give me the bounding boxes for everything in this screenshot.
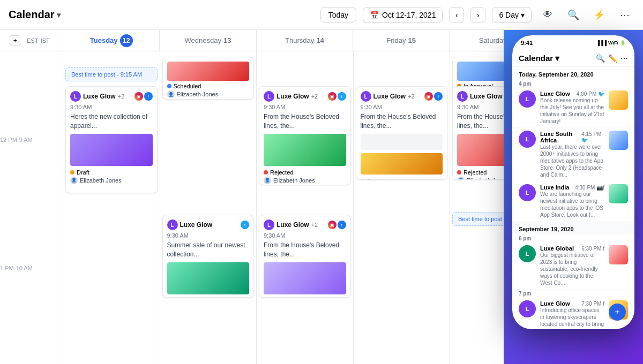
day-name-thu: Thursday bbox=[285, 36, 314, 44]
view-selector[interactable]: 6 Day ▾ bbox=[492, 7, 532, 23]
add-timezone-button[interactable]: + bbox=[10, 35, 20, 46]
card-image-thu1 bbox=[264, 134, 346, 166]
tz-ist: IST bbox=[41, 37, 50, 44]
today-button[interactable]: Today bbox=[320, 7, 356, 23]
phone-time-1: 4:00 PM 🐦 bbox=[577, 91, 604, 97]
brand-name-thu2: Luxe Glow bbox=[276, 221, 309, 229]
card-time: 9:30 AM bbox=[70, 104, 153, 110]
calendar-icon: 📅 bbox=[370, 11, 379, 19]
phone-time-global: 6:30 PM f bbox=[581, 246, 604, 252]
card-text-thu1: From the House's Beloved lines, the... bbox=[264, 112, 346, 131]
time-1pm: 1 PM bbox=[0, 265, 14, 271]
social-icons-thu1: ▣ t bbox=[328, 92, 346, 101]
phone-time-glow2: 7:30 PM f bbox=[581, 301, 604, 307]
phone-more-icon[interactable]: ⋯ bbox=[620, 54, 628, 63]
brand-name-wed2: Luxe Glow bbox=[180, 221, 213, 229]
instagram-icon-thu2: ▣ bbox=[328, 221, 337, 229]
user-badge-thu1: 👤 Elizabeth Jones bbox=[264, 177, 346, 184]
event-card-wed-2[interactable]: L Luxe Glow t 9:30 AM Summer sale of our… bbox=[162, 215, 255, 298]
day-header-tuesday: Tuesday 12 bbox=[63, 30, 160, 51]
phone-event-image-india bbox=[609, 184, 628, 203]
brand-avatar: L bbox=[70, 91, 81, 102]
time-10am: 10 AM bbox=[16, 265, 33, 271]
visibility-button[interactable]: 👁 bbox=[538, 5, 557, 25]
phone-brand-india: Luxe India bbox=[540, 184, 569, 191]
phone-fab[interactable]: + bbox=[609, 304, 626, 321]
day-num-fri: 15 bbox=[408, 36, 415, 44]
card-time-thu2: 9:30 AM bbox=[264, 232, 346, 239]
battery-icon: 🔋 bbox=[620, 40, 626, 46]
status-dot-sat1 bbox=[457, 170, 461, 175]
day-col-friday: L Luxe Glow +2 ▣ f 9:30 AM From the Hous… bbox=[354, 51, 451, 364]
phone-time-7pm: 7 pm bbox=[512, 290, 634, 298]
app-title: Calendar ▾ bbox=[9, 9, 61, 21]
instagram-icon: ▣ bbox=[134, 92, 143, 101]
instagram-icon-fri1: ▣ bbox=[424, 92, 433, 101]
user-avatar-sat1: 👤 bbox=[457, 177, 465, 180]
user-badge: 👤 Elizabeth Jones bbox=[70, 177, 153, 184]
card-placeholder-fri1 bbox=[361, 134, 443, 150]
user-badge-wed: 👤 Elizabeth Jones bbox=[167, 90, 250, 98]
card-plus-thu1: +2 bbox=[311, 93, 318, 100]
user-avatar: 👤 bbox=[70, 177, 78, 184]
phone-brand-sa: Luxe South Africa bbox=[540, 131, 581, 143]
status-text-fri1: Rejected bbox=[367, 178, 390, 180]
phone-date-section-1: Today, September 20, 2020 bbox=[512, 67, 634, 80]
card-image bbox=[70, 134, 153, 166]
card-image-thu2 bbox=[264, 262, 346, 294]
phone-search-icon[interactable]: 🔍 bbox=[596, 54, 605, 63]
event-card-thu-2[interactable]: L Luxe Glow +2 ▣ f 9:30 AM From the Hous… bbox=[259, 215, 351, 298]
phone-app-header: Calendar ▾ 🔍 ✏️ ⋯ bbox=[512, 50, 634, 67]
phone-text-sa: Last year, there were over 2000+ initiat… bbox=[540, 143, 604, 178]
phone-event-luxesa[interactable]: L Luxe South Africa 4:15 PM 🐦 Last year,… bbox=[512, 128, 634, 181]
phone-event-content-1: Luxe Glow 4:00 PM 🐦 Book release coming … bbox=[540, 90, 604, 125]
filter-button[interactable]: ⚡ bbox=[589, 5, 609, 25]
day-col-thursday: L Luxe Glow +2 ▣ t 9:30 AM From the Hous… bbox=[257, 51, 354, 364]
brand-name-fri1: Luxe Glow bbox=[373, 93, 406, 100]
card-text-wed2: Summer sale of our newest collection... bbox=[167, 241, 250, 259]
status-dot-fri1 bbox=[361, 179, 365, 180]
phone-text-global: Our biggest initiative of 2023 is to bri… bbox=[540, 252, 604, 286]
day-num-tue: 12 bbox=[120, 34, 133, 47]
user-avatar-thu1: 👤 bbox=[264, 177, 271, 184]
date-range-picker[interactable]: 📅 Oct 12-17, 2021 bbox=[363, 7, 443, 23]
phone-app-title: Calendar ▾ bbox=[519, 54, 593, 63]
user-name-thu1: Elizabeth Jones bbox=[273, 177, 315, 184]
title-chevron-icon[interactable]: ▾ bbox=[57, 11, 61, 19]
day-col-tuesday: Best time to post - 9:15 AM L Luxe Glow … bbox=[63, 51, 160, 364]
facebook-icon-fri1: f bbox=[434, 92, 443, 101]
brand-avatar-thu2: L bbox=[264, 219, 274, 230]
search-button[interactable]: 🔍 bbox=[564, 5, 583, 25]
time-slot-1pm: 1 PM 10 AM bbox=[0, 263, 37, 295]
phone-overlay: 9:41 ▐▐▐ WiFi 🔋 Calendar ▾ 🔍 ✏️ ⋯ Today,… bbox=[504, 30, 643, 364]
event-card-wed-top[interactable]: Scheduled 👤 Elizabeth Jones bbox=[162, 57, 255, 100]
more-button[interactable]: ⋯ bbox=[615, 5, 634, 25]
phone-event-header-glow2: Luxe Glow 7:30 PM f bbox=[540, 300, 604, 307]
card-time-thu1: 9:30 AM bbox=[264, 104, 346, 110]
day-num-wed: 13 bbox=[223, 36, 231, 44]
event-card-tue-1[interactable]: L Luxe Glow +2 ▣ f 9:30 AM Heres the new… bbox=[65, 86, 158, 193]
card-header-thu2: L Luxe Glow +2 ▣ f bbox=[264, 219, 346, 230]
phone-event-avatar-sa: L bbox=[519, 131, 536, 148]
brand-name-thu1: Luxe Glow bbox=[276, 93, 309, 100]
phone-event-image-sa bbox=[609, 131, 628, 150]
user-avatar-wed: 👤 bbox=[167, 90, 175, 98]
event-card-fri-1[interactable]: L Luxe Glow +2 ▣ f 9:30 AM From the Hous… bbox=[356, 86, 448, 180]
phone-edit-icon[interactable]: ✏️ bbox=[608, 54, 617, 63]
next-arrow[interactable]: › bbox=[470, 7, 485, 22]
card-plus-fri1: +2 bbox=[408, 93, 415, 100]
phone-event-content-glow2: Luxe Glow 7:30 PM f Introducing office s… bbox=[540, 300, 604, 329]
day-name-tue: Tuesday bbox=[90, 36, 118, 44]
social-icons-wed2: t bbox=[241, 221, 249, 229]
phone-event-luxeglobal[interactable]: L Luxe Global 6:30 PM f Our biggest init… bbox=[512, 242, 634, 290]
phone-event-content-global: Luxe Global 6:30 PM f Our biggest initia… bbox=[540, 245, 604, 286]
phone-event-avatar-india: L bbox=[519, 184, 536, 201]
event-card-thu-1[interactable]: L Luxe Glow +2 ▣ t 9:30 AM From the Hous… bbox=[259, 86, 351, 185]
day-name-wed: Wednesday bbox=[185, 36, 221, 44]
time-9am: 9 AM bbox=[19, 136, 33, 143]
phone-event-luxeglow-1[interactable]: L Luxe Glow 4:00 PM 🐦 Book release comin… bbox=[512, 88, 634, 128]
phone-event-luxeindia[interactable]: L Luxe India 4:30 PM 📷f We are launching… bbox=[512, 181, 634, 222]
phone-event-header-global: Luxe Global 6:30 PM f bbox=[540, 245, 604, 252]
prev-arrow[interactable]: ‹ bbox=[449, 7, 464, 22]
card-text-thu2: From the House's Beloved lines, the... bbox=[264, 241, 346, 259]
